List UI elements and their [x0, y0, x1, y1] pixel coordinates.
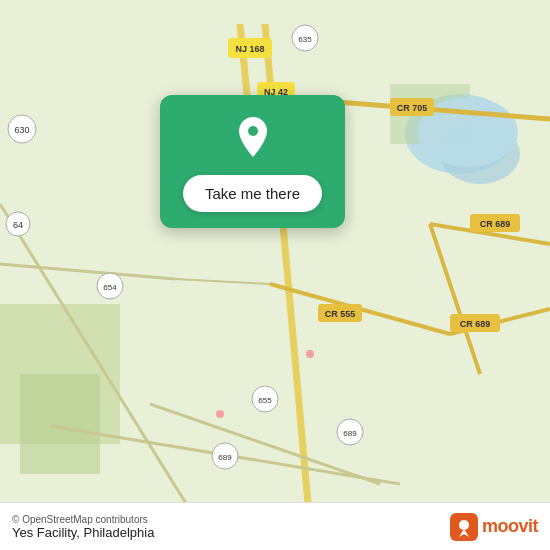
bottom-left-info: © OpenStreetMap contributors Yes Facilit… [12, 514, 154, 540]
svg-text:CR 705: CR 705 [397, 103, 428, 113]
svg-text:CR 689: CR 689 [460, 319, 491, 329]
svg-point-49 [459, 520, 469, 530]
take-me-there-button[interactable]: Take me there [183, 175, 322, 212]
osm-attribution: © OpenStreetMap contributors [12, 514, 154, 525]
svg-text:689: 689 [343, 429, 357, 438]
svg-rect-2 [20, 374, 100, 474]
svg-text:630: 630 [14, 125, 29, 135]
bottom-bar: © OpenStreetMap contributors Yes Facilit… [0, 502, 550, 550]
svg-text:NJ 168: NJ 168 [235, 44, 264, 54]
map-background: NJ 168 NJ 42 CR 705 CR 555 CR 689 CR 689… [0, 0, 550, 550]
location-pin-icon [229, 113, 277, 161]
svg-point-46 [306, 350, 314, 358]
svg-point-47 [248, 126, 258, 136]
svg-point-45 [216, 410, 224, 418]
svg-text:654: 654 [103, 283, 117, 292]
map-container: NJ 168 NJ 42 CR 705 CR 555 CR 689 CR 689… [0, 0, 550, 550]
svg-text:635: 635 [298, 35, 312, 44]
moovit-logo: moovit [450, 513, 538, 541]
svg-text:64: 64 [13, 220, 23, 230]
moovit-brand-text: moovit [482, 516, 538, 537]
svg-text:689: 689 [218, 453, 232, 462]
svg-text:CR 555: CR 555 [325, 309, 356, 319]
location-label: Yes Facility, Philadelphia [12, 525, 154, 540]
popup-card: Take me there [160, 95, 345, 228]
svg-text:CR 689: CR 689 [480, 219, 511, 229]
moovit-icon [450, 513, 478, 541]
svg-text:655: 655 [258, 396, 272, 405]
